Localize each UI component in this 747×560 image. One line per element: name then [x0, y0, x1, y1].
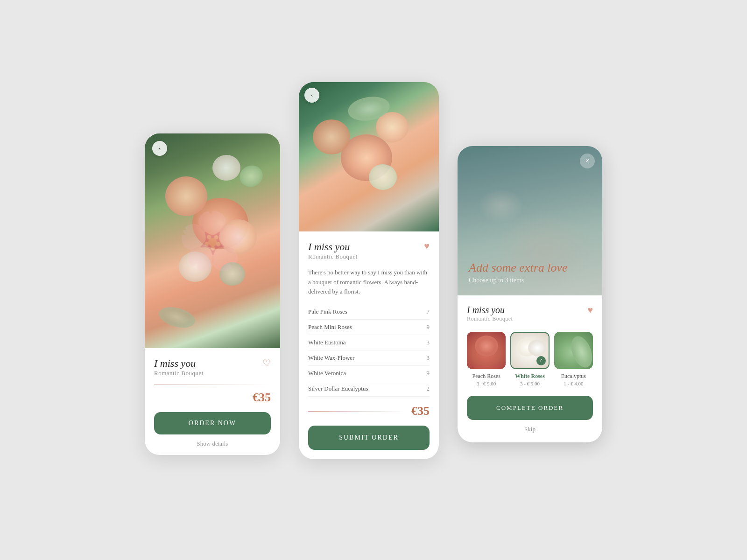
favorite-icon-2[interactable]: ♥: [424, 241, 430, 252]
product-price-1: €35: [154, 391, 271, 405]
submit-order-button[interactable]: SUBMIT ORDER: [308, 426, 430, 450]
skip-link[interactable]: Skip: [467, 426, 593, 433]
product-title-2: I miss you: [308, 241, 358, 253]
extra-item-white-roses[interactable]: ✓ White Roses 3 - € 9.00: [510, 332, 549, 386]
extra-product-subtitle: Romantic Bouquet: [467, 315, 513, 322]
add-love-title: Add some extra love: [469, 261, 568, 275]
close-button[interactable]: ×: [580, 154, 595, 168]
ingredient-item: White Eustoma 3: [308, 335, 430, 350]
ingredient-item: Pale Pink Roses 7: [308, 304, 430, 320]
add-love-plain: Add some: [469, 261, 516, 274]
title-row: I miss you Romantic Bouquet ♡: [154, 357, 271, 383]
extra-item-eucalyptus[interactable]: Eucalyptus 1 - € 4.00: [554, 332, 593, 386]
extra-image-eucalyptus: [554, 332, 593, 369]
ingredient-item: Peach Mini Roses 9: [308, 320, 430, 335]
ingredient-name: White Eustoma: [308, 339, 346, 346]
ingredient-qty: 9: [427, 370, 430, 377]
extra-product-title: I miss you: [467, 305, 513, 315]
back-button[interactable]: ‹: [152, 141, 167, 156]
ingredient-name: Pale Pink Roses: [308, 308, 347, 315]
ingredient-qty: 7: [427, 308, 430, 315]
ingredient-name: Silver Dollar Eucalyptus: [308, 385, 368, 392]
product-subtitle-1: Romantic Bouquet: [154, 370, 204, 377]
ingredient-name: White Wax-Flower: [308, 354, 354, 362]
product-price-2: €35: [411, 404, 430, 418]
add-love-subtitle: Choose up to 3 items: [469, 277, 568, 284]
extra-price-white: 3 - € 9.00: [510, 381, 549, 386]
scene: ‹ I miss you Romantic Bouquet ♡ €35 ORDE…: [0, 0, 747, 560]
back-button-2[interactable]: ‹: [304, 88, 319, 103]
extra-label-peach: Peach Roses: [467, 373, 506, 380]
bouquet-image-2: ‹: [299, 82, 439, 231]
product-description: There's no better way to say I miss you …: [308, 268, 430, 297]
card-3-body: I miss you Romantic Bouquet ♥ Peach Rose…: [458, 295, 602, 442]
product-title-1: I miss you: [154, 357, 204, 370]
show-details-link[interactable]: Show details: [154, 440, 271, 448]
extra-love-header: × Add some extra love Choose up to 3 ite…: [458, 146, 602, 295]
ingredient-qty: 3: [427, 354, 430, 362]
selected-check: ✓: [536, 356, 546, 365]
bouquet-image-1: ‹: [145, 133, 280, 348]
divider-1: [154, 385, 271, 385]
card-product-detail: ‹ I miss you Romantic Bouquet ♥ There's …: [299, 82, 439, 459]
product-subtitle-2: Romantic Bouquet: [308, 253, 358, 260]
extra-price-eucalyptus: 1 - € 4.00: [554, 381, 593, 386]
ingredient-name: Peach Mini Roses: [308, 323, 352, 331]
extra-label-white: White Roses: [510, 373, 549, 380]
ingredient-qty: 2: [427, 385, 430, 392]
extra-title-row: I miss you Romantic Bouquet ♥: [467, 305, 593, 330]
favorite-icon-3[interactable]: ♥: [587, 305, 593, 315]
ingredient-item: White Veronica 9: [308, 366, 430, 381]
card-extra-love: × Add some extra love Choose up to 3 ite…: [458, 146, 602, 442]
header-text: Add some extra love Choose up to 3 items: [469, 261, 568, 284]
ingredient-name: White Veronica: [308, 370, 346, 377]
extra-price-peach: 3 · € 9.00: [467, 381, 506, 386]
card-product-preview: ‹ I miss you Romantic Bouquet ♡ €35 ORDE…: [145, 133, 280, 455]
extras-row: Peach Roses 3 · € 9.00 ✓ White Roses 3 -…: [467, 332, 593, 386]
order-now-button[interactable]: ORDER NOW: [154, 412, 271, 434]
complete-order-button[interactable]: COMPLETE ORDER: [467, 396, 593, 420]
extra-label-eucalyptus: Eucalyptus: [554, 373, 593, 380]
extra-image-peach: [467, 332, 506, 369]
ingredient-item: White Wax-Flower 3: [308, 350, 430, 366]
title-row-2: I miss you Romantic Bouquet ♥: [308, 241, 430, 266]
extra-image-white: ✓: [510, 332, 549, 369]
ingredient-item: Silver Dollar Eucalyptus 2: [308, 381, 430, 397]
card-body-1: I miss you Romantic Bouquet ♡ €35 ORDER …: [145, 348, 280, 455]
price-row-2: €35: [308, 404, 430, 418]
ingredient-qty: 3: [427, 339, 430, 346]
divider-2: [308, 411, 406, 412]
favorite-icon-1[interactable]: ♡: [262, 357, 271, 369]
add-love-accent: extra love: [519, 261, 567, 274]
ingredient-list: Pale Pink Roses 7 Peach Mini Roses 9 Whi…: [308, 304, 430, 397]
extra-item-peach-roses[interactable]: Peach Roses 3 · € 9.00: [467, 332, 506, 386]
card-body-2: I miss you Romantic Bouquet ♥ There's no…: [299, 231, 439, 459]
ingredient-qty: 9: [427, 323, 430, 331]
